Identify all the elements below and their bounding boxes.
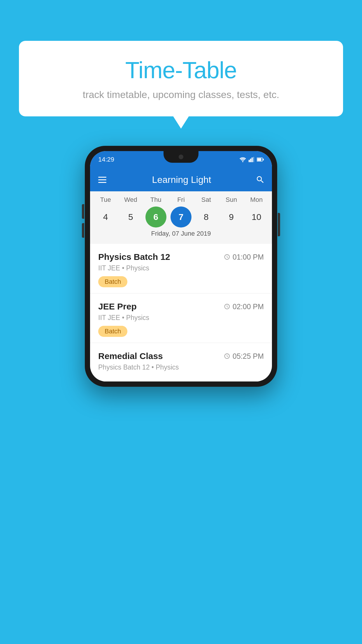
app-title: Learning Light <box>108 174 256 185</box>
day-header: Fri <box>171 196 191 204</box>
phone-frame: 14:29 <box>85 146 277 387</box>
power-button[interactable] <box>278 213 280 236</box>
day-numbers: 45678910 <box>90 206 272 228</box>
selected-date: Friday, 07 June 2019 <box>90 228 272 242</box>
app-bar: Learning Light <box>90 168 272 191</box>
svg-rect-2 <box>250 159 251 162</box>
day-number[interactable]: 8 <box>196 206 217 228</box>
day-number[interactable]: 4 <box>95 206 116 228</box>
phone-mockup: 14:29 <box>85 146 277 387</box>
svg-rect-7 <box>263 159 264 160</box>
volume-down-button[interactable] <box>82 223 84 238</box>
status-icons <box>239 157 264 162</box>
svg-rect-6 <box>257 158 261 161</box>
bubble-subtitle: track timetable, upcoming classes, tests… <box>36 89 326 100</box>
svg-rect-3 <box>252 158 253 162</box>
day-number[interactable]: 9 <box>221 206 242 228</box>
day-header: Sun <box>221 196 242 204</box>
speech-bubble-section: Time-Table track timetable, upcoming cla… <box>19 41 343 116</box>
schedule-item[interactable]: Physics Batch 12 01:00 PM IIT JEE • Phys… <box>90 244 272 293</box>
schedule-time: 01:00 PM <box>224 253 264 261</box>
menu-button[interactable] <box>97 176 108 184</box>
status-time: 14:29 <box>98 156 114 163</box>
volume-up-button[interactable] <box>82 204 84 219</box>
schedule-item-header: Remedial Class 05:25 PM <box>98 351 264 361</box>
clock-icon <box>224 353 230 359</box>
day-header: Wed <box>120 196 141 204</box>
schedule-title: Physics Batch 12 <box>98 252 170 262</box>
day-number[interactable]: 10 <box>246 206 267 228</box>
day-number[interactable]: 7 <box>171 206 191 228</box>
clock-icon <box>224 303 230 310</box>
camera <box>179 155 183 159</box>
schedule-title: Remedial Class <box>98 351 163 361</box>
schedule-item[interactable]: JEE Prep 02:00 PM IIT JEE • Physics Batc… <box>90 293 272 343</box>
search-icon[interactable] <box>256 175 265 184</box>
schedule-meta: IIT JEE • Physics <box>98 314 264 322</box>
speech-bubble: Time-Table track timetable, upcoming cla… <box>19 41 343 116</box>
day-headers: TueWedThuFriSatSunMon <box>90 196 272 204</box>
phone-screen: 14:29 <box>90 151 272 382</box>
schedule-list: Physics Batch 12 01:00 PM IIT JEE • Phys… <box>90 244 272 382</box>
schedule-time: 05:25 PM <box>224 352 264 360</box>
svg-point-0 <box>242 161 243 162</box>
wifi-icon <box>239 157 246 162</box>
schedule-time: 02:00 PM <box>224 302 264 311</box>
day-header: Tue <box>95 196 116 204</box>
day-number[interactable]: 6 <box>145 206 166 228</box>
signal-icon <box>249 157 254 162</box>
clock-icon <box>224 254 230 260</box>
schedule-item-header: Physics Batch 12 01:00 PM <box>98 252 264 262</box>
schedule-meta: Physics Batch 12 • Physics <box>98 363 264 371</box>
day-number[interactable]: 5 <box>120 206 141 228</box>
batch-tag: Batch <box>98 326 127 337</box>
batch-tag: Batch <box>98 276 127 287</box>
schedule-item-header: JEE Prep 02:00 PM <box>98 302 264 312</box>
day-header: Mon <box>246 196 267 204</box>
status-bar: 14:29 <box>90 151 272 168</box>
day-header: Thu <box>145 196 166 204</box>
schedule-item[interactable]: Remedial Class 05:25 PM Physics Batch 12… <box>90 343 272 382</box>
schedule-meta: IIT JEE • Physics <box>98 264 264 272</box>
battery-icon <box>257 158 264 162</box>
notch <box>164 151 198 163</box>
svg-rect-4 <box>253 157 254 162</box>
day-header: Sat <box>196 196 217 204</box>
calendar-strip: TueWedThuFriSatSunMon 45678910 Friday, 0… <box>90 191 272 244</box>
svg-rect-1 <box>249 160 250 162</box>
schedule-title: JEE Prep <box>98 302 137 312</box>
bubble-title: Time-Table <box>36 57 326 84</box>
